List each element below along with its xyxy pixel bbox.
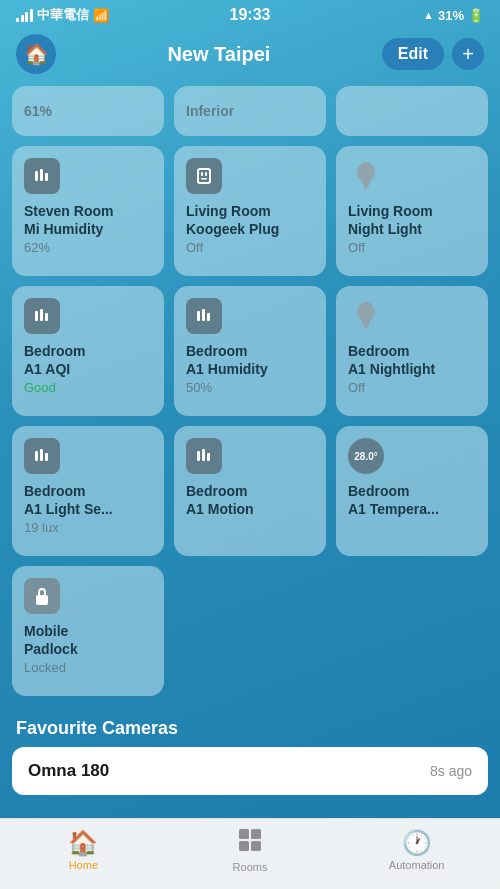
card-status-6: Off xyxy=(348,380,476,395)
device-card-a1-humidity[interactable]: Bedroom A1 Humidity 50% xyxy=(174,286,326,416)
card-status-5: 50% xyxy=(186,380,314,395)
svg-rect-29 xyxy=(239,829,249,839)
svg-rect-16 xyxy=(207,313,210,321)
device-card-a1-aqi[interactable]: Bedroom A1 AQI Good xyxy=(12,286,164,416)
automation-nav-icon: 🕐 xyxy=(402,829,432,857)
partial-card-3[interactable] xyxy=(336,86,488,136)
svg-rect-32 xyxy=(251,841,261,851)
device-grid: 61% Inferior Steven Room Mi Humidity 62% xyxy=(0,86,500,696)
svg-rect-26 xyxy=(207,453,210,461)
battery-label: 31% xyxy=(438,8,464,23)
card-name-7: Bedroom A1 Light Se... xyxy=(24,482,152,518)
card-status-10: Locked xyxy=(24,660,152,675)
partial-status-1: 61% xyxy=(24,103,52,119)
card-row-2: Bedroom A1 AQI Good Bedroom A1 Humidity … xyxy=(12,286,488,416)
card-status-4: Good xyxy=(24,380,152,395)
signal-icon xyxy=(16,8,33,22)
card-row-3: Bedroom A1 Light Se... 19 lux Bedroom A1… xyxy=(12,426,488,556)
device-card-koogeek-plug[interactable]: Living Room Koogeek Plug Off xyxy=(174,146,326,276)
svg-rect-13 xyxy=(45,313,48,321)
card-name-2: Living Room Koogeek Plug xyxy=(186,202,314,238)
device-card-night-light[interactable]: Living Room Night Light Off xyxy=(336,146,488,276)
battery-icon: 🔋 xyxy=(468,8,484,23)
camera-item-1[interactable]: Omna 180 8s ago xyxy=(12,747,488,795)
partial-card-1[interactable]: 61% xyxy=(12,86,164,136)
card-name-4: Bedroom A1 AQI xyxy=(24,342,152,378)
header: 🏠 New Taipei Edit + xyxy=(0,28,500,86)
top-partial-row: 61% Inferior xyxy=(12,86,488,136)
nav-home[interactable]: 🏠 Home xyxy=(0,829,167,871)
svg-rect-19 xyxy=(363,324,369,327)
card-status-3: Off xyxy=(348,240,476,255)
favourite-cameras-title: Favourite Cameras xyxy=(0,706,500,747)
svg-rect-6 xyxy=(201,178,207,180)
card-status-1: 62% xyxy=(24,240,152,255)
edit-button[interactable]: Edit xyxy=(382,38,444,70)
svg-rect-0 xyxy=(35,171,38,181)
svg-rect-30 xyxy=(251,829,261,839)
svg-rect-2 xyxy=(45,173,48,181)
page-title: New Taipei xyxy=(167,43,270,66)
wifi-icon: 📶 xyxy=(93,8,109,23)
svg-point-17 xyxy=(357,302,375,322)
camera-time-1: 8s ago xyxy=(430,763,472,779)
card-status-2: Off xyxy=(186,240,314,255)
status-bar: 中華電信 📶 19:33 ▲ 31% 🔋 xyxy=(0,0,500,28)
partial-card-2[interactable]: Inferior xyxy=(174,86,326,136)
device-card-a1-motion[interactable]: Bedroom A1 Motion xyxy=(174,426,326,556)
card-name-1: Steven Room Mi Humidity xyxy=(24,202,152,238)
card-name-8: Bedroom A1 Motion xyxy=(186,482,314,518)
device-card-steven-humidity[interactable]: Steven Room Mi Humidity 62% xyxy=(12,146,164,276)
card-row-4: Mobile Padlock Locked xyxy=(12,566,488,696)
sensor-icon-3 xyxy=(186,298,222,334)
card-name-9: Bedroom A1 Tempera... xyxy=(348,482,476,518)
favourite-cameras-section: Favourite Cameras Omna 180 8s ago xyxy=(0,706,500,795)
svg-rect-15 xyxy=(202,309,205,321)
card-status-7: 19 lux xyxy=(24,520,152,535)
partial-status-2: Inferior xyxy=(186,103,234,119)
sensor-icon-1 xyxy=(24,158,60,194)
svg-rect-9 xyxy=(363,184,369,187)
card-name-6: Bedroom A1 Nightlight xyxy=(348,342,476,378)
temp-icon-1: 28.0° xyxy=(348,438,384,474)
device-card-a1-light-sensor[interactable]: Bedroom A1 Light Se... 19 lux xyxy=(12,426,164,556)
card-name-10: Mobile Padlock xyxy=(24,622,152,658)
svg-rect-4 xyxy=(201,172,203,176)
camera-name-1: Omna 180 xyxy=(28,761,109,781)
plug-icon-1 xyxy=(186,158,222,194)
svg-point-28 xyxy=(40,598,44,602)
nav-rooms[interactable]: Rooms xyxy=(167,827,334,873)
svg-rect-14 xyxy=(197,311,200,321)
home-nav-icon: 🏠 xyxy=(68,829,98,857)
status-time: 19:33 xyxy=(230,6,271,24)
svg-rect-1 xyxy=(40,169,43,181)
lock-icon-1 xyxy=(24,578,60,614)
home-button[interactable]: 🏠 xyxy=(16,34,56,74)
sensor-icon-5 xyxy=(186,438,222,474)
svg-rect-18 xyxy=(362,321,370,324)
battery-area: ▲ 31% 🔋 xyxy=(423,8,484,23)
bulb-icon-1 xyxy=(348,158,384,194)
add-button[interactable]: + xyxy=(452,38,484,70)
bottom-nav: 🏠 Home Rooms 🕐 Automation xyxy=(0,818,500,889)
svg-rect-21 xyxy=(35,451,38,461)
svg-point-7 xyxy=(357,162,375,182)
svg-rect-31 xyxy=(239,841,249,851)
svg-rect-22 xyxy=(40,449,43,461)
card-name-5: Bedroom A1 Humidity xyxy=(186,342,314,378)
svg-rect-8 xyxy=(362,181,370,184)
carrier-label: 中華電信 xyxy=(37,6,89,24)
svg-rect-25 xyxy=(202,449,205,461)
device-card-padlock[interactable]: Mobile Padlock Locked xyxy=(12,566,164,696)
svg-rect-12 xyxy=(40,309,43,321)
device-card-a1-nightlight[interactable]: Bedroom A1 Nightlight Off xyxy=(336,286,488,416)
automation-nav-label: Automation xyxy=(389,859,445,871)
card-row-1: Steven Room Mi Humidity 62% Living Room … xyxy=(12,146,488,276)
svg-rect-3 xyxy=(198,169,210,183)
device-card-a1-temperature[interactable]: 28.0° Bedroom A1 Tempera... xyxy=(336,426,488,556)
sensor-icon-4 xyxy=(24,438,60,474)
svg-rect-24 xyxy=(197,451,200,461)
temp-value: 28.0° xyxy=(354,451,377,462)
nav-automation[interactable]: 🕐 Automation xyxy=(333,829,500,871)
svg-rect-10 xyxy=(364,187,368,189)
